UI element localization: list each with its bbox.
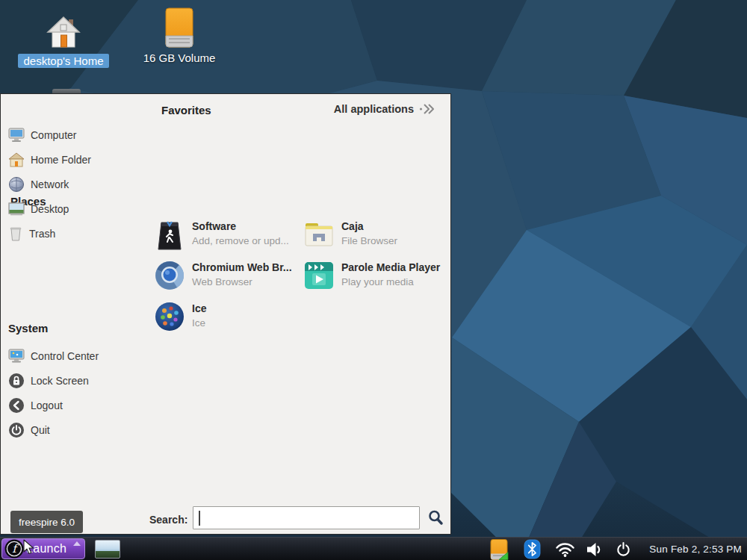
favorite-caja[interactable]: Caja File Browser <box>304 220 452 261</box>
all-applications-button[interactable]: All applications <box>334 103 436 115</box>
ice-icon <box>155 302 185 332</box>
favorite-software[interactable]: Software Add, remove or upd... <box>155 220 303 261</box>
software-icon <box>155 220 185 252</box>
search-input[interactable] <box>193 507 419 529</box>
menu-item-lock-screen[interactable]: Lock Screen <box>8 370 89 392</box>
menu-item-home-folder[interactable]: Home Folder <box>8 149 91 171</box>
menu-item-computer[interactable]: Computer <box>8 124 76 146</box>
menu-item-label: Lock Screen <box>31 375 89 387</box>
menu-item-label: Logout <box>31 399 63 411</box>
taskbar-clock[interactable]: Sun Feb 2, 2:53 PM <box>649 538 742 560</box>
show-desktop-button[interactable] <box>95 540 120 559</box>
home-icon <box>15 12 112 51</box>
desktop-icon-label: desktop's Home <box>18 54 108 68</box>
favorites-header: Favorites <box>161 104 211 116</box>
search-input-wrap <box>193 506 420 529</box>
menu-item-network[interactable]: Network <box>8 173 69 196</box>
menu-item-quit[interactable]: Quit <box>8 419 50 441</box>
clock-text: Sun Feb 2, 2:53 PM <box>649 544 742 555</box>
favorite-title: Caja <box>341 220 397 232</box>
menu-item-label: Control Center <box>31 350 99 362</box>
desktop-place-icon <box>8 202 25 216</box>
double-chevron-right-icon <box>419 103 436 115</box>
menu-item-logout[interactable]: Logout <box>8 394 63 417</box>
chromium-icon <box>155 261 185 290</box>
menu-item-label: Network <box>31 178 69 190</box>
lock-icon <box>8 373 25 389</box>
desktop-icon-label: 16 GB Volume <box>138 51 221 65</box>
removable-drive-tray-icon[interactable] <box>488 538 510 560</box>
launcher-tooltip: freespire 6.0 <box>10 511 83 533</box>
caja-icon <box>304 220 334 249</box>
volume-tray-icon[interactable] <box>585 538 604 560</box>
favorites-grid: Software Add, remove or upd... Caja File… <box>155 220 452 343</box>
favorite-subtitle: File Browser <box>341 235 397 246</box>
desktop-icon-home[interactable]: desktop's Home <box>15 12 112 68</box>
menu-item-label: Home Folder <box>31 154 91 166</box>
parole-icon <box>304 261 334 290</box>
menu-item-label: Computer <box>31 129 76 141</box>
menu-item-label: Quit <box>31 424 50 436</box>
taskbar: f Launch <box>0 537 747 560</box>
favorite-subtitle: Ice <box>192 317 206 329</box>
tooltip-text: freespire 6.0 <box>19 517 75 528</box>
network-icon <box>8 176 25 193</box>
menu-item-label: Trash <box>29 228 55 240</box>
favorite-title: Parole Media Player <box>341 261 440 273</box>
favorite-title: Ice <box>192 302 206 314</box>
desktop-icon-volume[interactable]: 16 GB Volume <box>131 9 228 65</box>
logout-icon <box>8 397 25 414</box>
wifi-tray-icon[interactable] <box>555 538 575 560</box>
search-icon[interactable] <box>427 509 444 526</box>
favorite-subtitle: Play your media <box>341 276 440 287</box>
menu-item-label: Desktop <box>31 203 69 215</box>
all-applications-label: All applications <box>334 103 414 115</box>
freespire-logo-icon: f <box>4 539 24 559</box>
bluetooth-tray-icon[interactable] <box>524 538 541 560</box>
search-label: Search: <box>149 514 187 526</box>
computer-icon <box>8 128 25 143</box>
control-center-icon <box>8 349 25 364</box>
menu-item-desktop[interactable]: Desktop <box>8 198 69 220</box>
favorite-parole[interactable]: Parole Media Player Play your media <box>304 261 452 302</box>
menu-item-control-center[interactable]: Control Center <box>8 345 99 367</box>
system-header: System <box>8 322 48 335</box>
power-icon <box>8 422 25 438</box>
favorite-subtitle: Add, remove or upd... <box>192 235 289 246</box>
text-caret <box>199 511 200 526</box>
drive-icon <box>131 9 228 48</box>
application-menu: Places Computer Home Folder <box>0 93 451 535</box>
menu-open-indicator-icon <box>73 541 81 546</box>
home-folder-icon <box>8 152 25 167</box>
trash-icon <box>8 226 23 241</box>
launch-label: Launch <box>26 542 66 556</box>
launch-button[interactable]: f Launch <box>1 538 85 559</box>
favorite-title: Chromium Web Br... <box>192 261 292 273</box>
menu-item-trash[interactable]: Trash <box>8 223 55 245</box>
favorite-chromium[interactable]: Chromium Web Br... Web Browser <box>155 261 303 302</box>
favorite-ice[interactable]: Ice Ice <box>155 302 303 343</box>
favorite-subtitle: Web Browser <box>192 276 292 287</box>
desktop-root: desktop's Home 16 GB Volume Places <box>0 0 747 560</box>
power-tray-icon[interactable] <box>616 538 631 560</box>
favorite-title: Software <box>192 220 289 232</box>
